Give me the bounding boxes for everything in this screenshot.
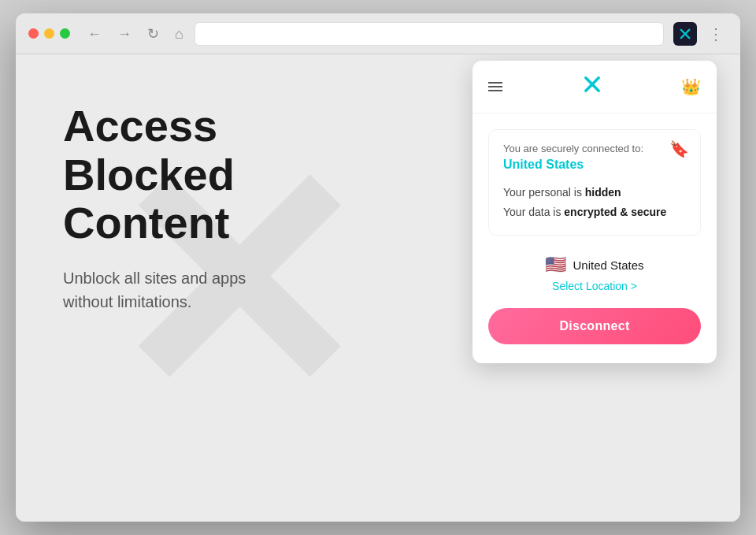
popup-header: 👑: [472, 61, 717, 113]
menu-line-3: [488, 90, 502, 91]
popup-logo: [581, 73, 603, 100]
page-headline: Access Blocked Content: [63, 102, 394, 247]
encrypted-bold: encrypted & secure: [564, 206, 666, 218]
menu-line-1: [488, 82, 502, 84]
back-button[interactable]: ←: [86, 25, 103, 43]
traffic-lights: [28, 28, 70, 39]
subtext-line2: without limitations.: [63, 293, 191, 310]
page-subtext: Unblock all sites and apps without limit…: [63, 266, 346, 314]
toolbar-right: ⋮: [673, 22, 728, 46]
location-country-name: United States: [573, 258, 643, 272]
home-button[interactable]: ⌂: [173, 25, 185, 43]
reload-button[interactable]: ↻: [146, 25, 161, 43]
address-bar[interactable]: [195, 22, 664, 46]
vpn-extension-icon[interactable]: [673, 22, 697, 46]
maximize-button[interactable]: [60, 28, 70, 39]
headline-line1: Access Blocked: [63, 101, 235, 199]
popup-body: 🔖 You are securely connected to: United …: [472, 113, 717, 363]
us-flag: 🇺🇸: [545, 254, 566, 275]
title-bar: ← → ↻ ⌂ ⋮: [16, 13, 740, 54]
personal-text: Your personal is: [503, 186, 582, 199]
page-text-content: Access Blocked Content Unblock all sites…: [63, 102, 394, 314]
subtext-line1: Unblock all sites and apps: [63, 269, 246, 287]
connected-label: You are securely connected to:: [503, 143, 686, 154]
connected-card: 🔖 You are securely connected to: United …: [488, 129, 701, 236]
nav-buttons: ← → ↻ ⌂: [86, 25, 185, 43]
headline-line2: Content: [63, 198, 230, 247]
close-button[interactable]: [28, 28, 39, 39]
menu-icon[interactable]: [488, 82, 502, 91]
location-selector: 🇺🇸 United States Select Location >: [488, 254, 701, 292]
more-options-button[interactable]: ⋮: [705, 24, 728, 43]
flag-country: 🇺🇸 United States: [545, 254, 643, 275]
vpn-popup: 👑 🔖 You are securely connected to: Unite…: [472, 61, 717, 363]
browser-window: ← → ↻ ⌂ ⋮ ✕ Access Blocked Content: [16, 13, 740, 522]
select-location-link[interactable]: Select Location >: [552, 280, 637, 292]
menu-line-2: [488, 86, 502, 87]
forward-button[interactable]: →: [116, 25, 133, 43]
minimize-button[interactable]: [44, 28, 54, 39]
connected-country[interactable]: United States: [503, 158, 686, 172]
browser-content: ✕ Access Blocked Content Unblock all sit…: [16, 54, 740, 522]
crown-icon[interactable]: 👑: [681, 77, 701, 96]
data-text: Your data is: [503, 206, 561, 218]
security-info: Your personal is hidden Your data is enc…: [503, 183, 686, 222]
disconnect-button[interactable]: Disconnect: [488, 308, 701, 344]
bookmark-icon: 🔖: [669, 139, 689, 158]
hidden-bold: hidden: [585, 186, 621, 199]
